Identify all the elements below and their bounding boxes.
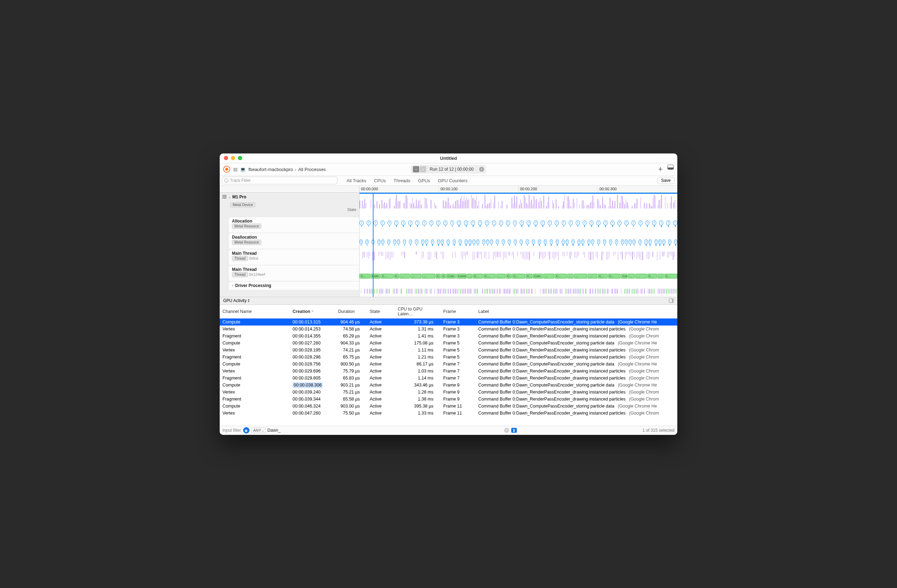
tab-gpus[interactable]: GPUs bbox=[418, 178, 430, 183]
run-text: Run 12 of 12 | 00:00:00 bbox=[427, 167, 476, 172]
table-row[interactable]: Fragment00:00.028.29665.75 µsActive1.21 … bbox=[220, 354, 677, 361]
titlebar: Untitled bbox=[220, 153, 677, 163]
lane-state bbox=[360, 194, 677, 208]
track-filter-placeholder: Track Filter bbox=[230, 178, 251, 183]
save-button[interactable]: Save bbox=[657, 177, 675, 184]
time-ruler[interactable]: 00:00.000 00:00.100 00:00.200 00:00.300 bbox=[220, 186, 677, 193]
table-row[interactable]: Fragment00:00.014.35565.29 µsActive1.41 … bbox=[220, 332, 677, 340]
funnel-icon: ⌵ bbox=[224, 178, 228, 182]
table-row[interactable]: Vertex00:00.029.69675.79 µsActive1.03 ms… bbox=[220, 368, 677, 375]
state-label: State bbox=[347, 207, 356, 212]
input-filter-label: Input filter bbox=[222, 428, 241, 433]
chevron-down-icon: ⌄ bbox=[228, 195, 231, 199]
filter-text[interactable]: Dawn_ bbox=[267, 428, 280, 433]
section-name: GPU Activity bbox=[223, 298, 246, 303]
run-selector[interactable]: ‹ › Run 12 of 12 | 00:00:00 i bbox=[411, 165, 486, 173]
info-icon[interactable]: i bbox=[479, 167, 484, 172]
filterbar: ⌵ Track Filter All Tracks CPUs Threads G… bbox=[220, 176, 677, 186]
lane-thread-2: C…Com…C…C…………C…C…Com…Comm……C…C……C…C…C…Co… bbox=[360, 273, 677, 280]
section-header[interactable]: GPU Activity ▲▼ bbox=[220, 297, 677, 305]
table-row[interactable]: Compute00:00.038.306903.21 µsActive343.4… bbox=[220, 381, 677, 389]
table-row[interactable]: Vertex00:00.028.19574.21 µsActive1.11 ms… bbox=[220, 346, 677, 354]
run-prev-icon[interactable]: ‹ bbox=[413, 166, 419, 172]
table-row[interactable]: Fragment00:00.029.80565.83 µsActive1.14 … bbox=[220, 375, 677, 381]
playhead[interactable] bbox=[373, 193, 373, 297]
tab-all-tracks[interactable]: All Tracks bbox=[346, 178, 366, 183]
window-title: Untitled bbox=[220, 156, 677, 161]
lane-driver bbox=[360, 288, 677, 294]
activity-table[interactable]: Channel Name Creation⌃ Duration State CP… bbox=[220, 305, 677, 426]
lane-thread-1 bbox=[360, 252, 677, 262]
inspector-toggle-icon[interactable] bbox=[669, 299, 674, 303]
track-tabs: All Tracks CPUs Threads GPUs GPU Counter… bbox=[346, 178, 467, 183]
tab-cpus[interactable]: CPUs bbox=[374, 178, 386, 183]
breadcrumb-scope: All Processes bbox=[298, 167, 326, 172]
track-driver[interactable]: › Driver Processing bbox=[228, 281, 359, 290]
col-frame[interactable]: Frame bbox=[441, 305, 476, 318]
timeline-selection-bar bbox=[360, 193, 677, 194]
pause-button[interactable]: ▮▮ bbox=[233, 167, 237, 172]
tracks-area: ⌄ M1 Pro Metal Device State Allocation M… bbox=[220, 193, 677, 297]
grid-icon bbox=[222, 195, 227, 199]
add-button[interactable] bbox=[658, 165, 663, 174]
col-channel[interactable]: Channel Name bbox=[220, 305, 290, 318]
toolbar: ▮▮ 💻 fbeaufort-macbookpro › All Processe… bbox=[220, 163, 677, 176]
minimize-icon[interactable] bbox=[231, 156, 235, 160]
track-root-name: M1 Pro bbox=[232, 194, 246, 199]
track-filter-input[interactable]: ⌵ Track Filter bbox=[222, 177, 337, 184]
traffic-lights bbox=[220, 156, 242, 160]
zoom-icon[interactable] bbox=[238, 156, 242, 160]
table-row[interactable]: Vertex00:00.039.24075.21 µsActive1.28 ms… bbox=[220, 389, 677, 396]
track-allocation[interactable]: Allocation Metal Resource bbox=[228, 217, 359, 233]
app-window: Untitled ▮▮ 💻 fbeaufort-macbookpro › All… bbox=[220, 153, 677, 435]
col-creation[interactable]: Creation⌃ bbox=[290, 305, 335, 318]
filter-mode-chip[interactable]: ANY⌄ bbox=[252, 427, 266, 433]
tab-threads[interactable]: Threads bbox=[393, 178, 410, 183]
clear-filter-icon[interactable]: ✕ bbox=[504, 428, 509, 433]
lane-allocation: TTTTTTTTTTTTTTTTTTTTTTTTTTTTTTTTTTTTTTTT… bbox=[360, 218, 677, 228]
chevron-right-icon: › bbox=[232, 283, 233, 287]
table-row[interactable]: Compute00:00.027.260904.33 µsActive175.0… bbox=[220, 340, 677, 346]
laptop-icon: 💻 bbox=[240, 167, 246, 172]
tracks-canvas[interactable]: TTTTTTTTTTTTTTTTTTTTTTTTTTTTTTTTTTTTTTTT… bbox=[360, 193, 677, 297]
track-deallocation[interactable]: Deallocation Metal Resource bbox=[228, 233, 359, 249]
table-row[interactable]: Fragment00:00.039.34465.58 µsActive1.38 … bbox=[220, 396, 677, 403]
table-row[interactable]: Compute00:00.013.315904.46 µsActive373.3… bbox=[220, 318, 677, 326]
panel-toggle-icon[interactable] bbox=[667, 165, 674, 170]
close-icon[interactable] bbox=[224, 156, 228, 160]
col-label[interactable]: Label bbox=[476, 305, 677, 318]
ruler-tick: 00:00.100 bbox=[439, 186, 518, 192]
breadcrumb[interactable]: fbeaufort-macbookpro › All Processes bbox=[248, 167, 326, 172]
filter-scope-icon[interactable]: ◉ bbox=[243, 427, 250, 433]
footer: Input filter ◉ ANY⌄ Dawn_ ✕ ❚ 1 of 315 s… bbox=[220, 426, 677, 435]
ruler-tick: 00:00.200 bbox=[518, 186, 598, 192]
table-row[interactable]: Compute00:00.028.756900.50 µsActive86.17… bbox=[220, 361, 677, 368]
table-row[interactable]: Vertex00:00.047.26075.50 µsActive1.33 ms… bbox=[220, 410, 677, 416]
record-button[interactable] bbox=[223, 166, 230, 173]
case-toggle-icon[interactable]: ❚ bbox=[511, 428, 517, 433]
lane-deallocation: TTTTTTTTTTTTTTTTTTTTTTTTTTTTTTTTTTTTTTTT… bbox=[360, 237, 677, 247]
col-latency[interactable]: CPU to GPU Laten… bbox=[395, 305, 441, 318]
track-main-thread-1[interactable]: Main Thread Thread 0xfce bbox=[228, 249, 359, 265]
tracks-sidebar: ⌄ M1 Pro Metal Device State Allocation M… bbox=[220, 193, 360, 297]
selection-count: 1 of 315 selected bbox=[643, 428, 675, 433]
ruler-tick: 00:00.300 bbox=[598, 186, 677, 192]
table-row[interactable]: Vertex00:00.014.25374.58 µsActive1.31 ms… bbox=[220, 326, 677, 332]
ruler-tick: 00:00.000 bbox=[360, 186, 439, 192]
col-state[interactable]: State bbox=[367, 305, 395, 318]
track-main-thread-2[interactable]: Main Thread Thread 0x124eef bbox=[228, 265, 359, 281]
col-duration[interactable]: Duration bbox=[335, 305, 367, 318]
run-next-icon[interactable]: › bbox=[420, 166, 426, 172]
track-root-chip: Metal Device bbox=[230, 202, 256, 207]
table-row[interactable]: Compute00:00.046.324903.00 µsActive395.3… bbox=[220, 403, 677, 410]
tab-gpu-counters[interactable]: GPU Counters bbox=[438, 178, 468, 183]
sort-icon: ▲▼ bbox=[247, 299, 250, 303]
track-root[interactable]: ⌄ M1 Pro bbox=[220, 193, 359, 201]
breadcrumb-host: fbeaufort-macbookpro bbox=[248, 167, 293, 172]
